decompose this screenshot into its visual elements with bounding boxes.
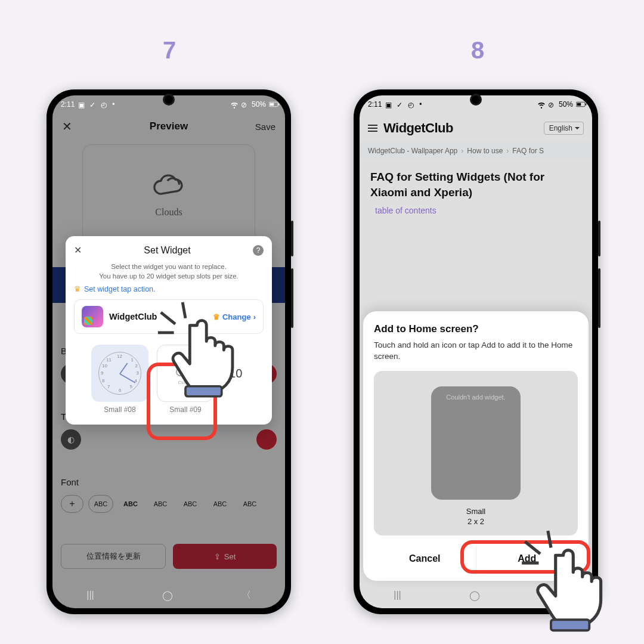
svg-rect-6 xyxy=(185,386,222,397)
wifi-icon xyxy=(230,101,238,109)
widgetclub-app-icon xyxy=(82,306,103,327)
clock-icon: 12 3 6 9 11 1 2 4 5 7 8 10 xyxy=(98,352,141,395)
slot-label: Small #08 xyxy=(91,405,148,414)
theme-option[interactable]: ◐ xyxy=(61,429,81,450)
svg-rect-9 xyxy=(586,103,587,105)
battery-icon xyxy=(269,101,277,109)
svg-rect-2 xyxy=(278,103,280,105)
set-tap-action-link[interactable]: ♛ Set widget tap action. xyxy=(74,284,264,293)
svg-line-10 xyxy=(525,541,540,554)
sheet-title: Add to Home screen? xyxy=(374,323,578,335)
back-icon[interactable]: 〈 xyxy=(242,589,251,602)
language-select[interactable]: English xyxy=(544,122,584,135)
tap-hand-cursor xyxy=(155,299,256,401)
step-number-7: 7 xyxy=(163,37,176,64)
wifi-icon xyxy=(537,101,545,109)
svg-rect-8 xyxy=(577,103,581,106)
update-location-button[interactable]: 位置情報を更新 xyxy=(61,544,166,569)
crown-icon: ♛ xyxy=(74,284,81,293)
recents-icon[interactable]: ||| xyxy=(86,590,94,600)
font-option[interactable]: ABC xyxy=(88,495,113,513)
upload-icon: ⇪ xyxy=(214,552,221,561)
widget-placeholder: Couldn't add widget. xyxy=(431,386,521,500)
svg-rect-13 xyxy=(551,620,589,630)
breadcrumb: WidgetClub - Wallpaper App › How to use … xyxy=(360,142,592,160)
font-option[interactable]: ABC xyxy=(178,495,203,513)
sync-icon: ◴ xyxy=(408,101,416,109)
battery-percent: 50% xyxy=(559,100,573,109)
theme-row: ◐ xyxy=(61,429,277,450)
svg-line-4 xyxy=(182,302,185,318)
help-icon[interactable]: ? xyxy=(253,245,264,256)
hamburger-icon[interactable] xyxy=(368,125,377,132)
set-button-label: Set xyxy=(224,552,236,561)
no-sim-icon: ⊘ xyxy=(548,101,556,109)
recents-icon[interactable]: ||| xyxy=(394,590,401,600)
svg-rect-1 xyxy=(270,103,274,106)
add-font-button[interactable]: + xyxy=(61,495,83,513)
home-icon[interactable]: ◯ xyxy=(469,590,480,601)
font-option[interactable]: ABC xyxy=(118,495,143,513)
chevron-right-icon: › xyxy=(506,147,509,155)
bottom-buttons: 位置情報を更新 ⇪ Set xyxy=(61,544,277,569)
widget-error-text: Couldn't add widget. xyxy=(446,394,505,401)
font-row: + ABC ABC ABC ABC ABC ABC xyxy=(61,495,277,513)
modal-close-icon[interactable]: ✕ xyxy=(74,244,82,256)
widget-preview-area[interactable]: Couldn't add widget. Small 2 x 2 xyxy=(374,371,578,535)
page-title: FAQ for Setting Widgets (Not for Xiaomi … xyxy=(360,160,592,206)
tap-hand-cursor xyxy=(519,528,626,635)
sync-icon: ◴ xyxy=(101,101,109,109)
check-icon: ✓ xyxy=(397,101,404,109)
widgetclub-header: WidgetClub English xyxy=(360,113,592,142)
set-button[interactable]: ⇪ Set xyxy=(173,544,277,569)
camera-hole xyxy=(472,95,480,104)
status-time: 2:11 xyxy=(368,100,382,109)
breadcrumb-item[interactable]: WidgetClub - Wallpaper App xyxy=(368,147,457,155)
step-number-8: 8 xyxy=(471,37,484,64)
cloud-icon xyxy=(148,171,190,203)
cancel-button[interactable]: Cancel xyxy=(374,546,476,571)
font-option[interactable]: ABC xyxy=(148,495,173,513)
weather-label: Clouds xyxy=(155,207,182,218)
chevron-right-icon: › xyxy=(461,147,463,155)
breadcrumb-item[interactable]: How to use xyxy=(467,147,503,155)
page-title: Preview xyxy=(52,120,285,132)
table-of-contents-link[interactable]: table of contents xyxy=(360,206,592,215)
svg-line-3 xyxy=(161,312,175,324)
sheet-description: Touch and hold an icon or tap Add to add… xyxy=(374,340,578,363)
widgetclub-logo: WidgetClub xyxy=(383,120,453,136)
android-nav-bar: ||| ◯ 〈 xyxy=(52,582,285,608)
battery-icon xyxy=(576,101,584,109)
image-icon: ▣ xyxy=(78,101,86,109)
slot-label: Small #09 xyxy=(157,405,214,414)
svg-line-11 xyxy=(548,531,551,547)
widget-preview-card: Clouds xyxy=(82,144,255,244)
battery-percent: 50% xyxy=(252,100,266,109)
breadcrumb-item[interactable]: FAQ for S xyxy=(512,147,544,155)
more-dot: • xyxy=(419,100,422,109)
more-dot: • xyxy=(112,100,114,109)
status-time: 2:11 xyxy=(61,100,75,109)
font-option[interactable]: ABC xyxy=(208,495,233,513)
widget-size-label: Small 2 x 2 xyxy=(386,507,566,527)
widget-slot-8[interactable]: 12 3 6 9 11 1 2 4 5 7 8 10 xyxy=(91,345,148,414)
image-icon: ▣ xyxy=(385,101,393,109)
section-label-font: Font xyxy=(61,477,79,487)
camera-hole xyxy=(165,95,173,104)
font-option[interactable]: ABC xyxy=(237,495,262,513)
color-red-option[interactable] xyxy=(256,429,277,450)
modal-title: Set Widget xyxy=(82,245,253,256)
home-icon[interactable]: ◯ xyxy=(162,590,173,601)
provider-name: WidgetClub xyxy=(109,312,157,321)
modal-description: Select the widget you want to replace. Y… xyxy=(74,262,264,281)
check-icon: ✓ xyxy=(89,101,97,109)
preview-topbar: ✕ Preview Save xyxy=(52,113,285,140)
no-sim-icon: ⊘ xyxy=(241,101,249,109)
